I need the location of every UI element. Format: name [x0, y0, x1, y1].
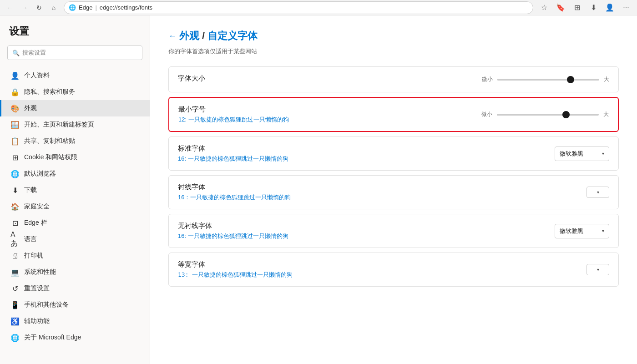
sidebar-item-download[interactable]: ⬇ 下载 — [0, 182, 150, 198]
sidebar-label-mobile: 手机和其他设备 — [24, 301, 141, 309]
serif-font-label: 衬线字体 — [178, 183, 586, 192]
edge-logo-icon: 🌐 — [69, 4, 76, 11]
fixed-font-label: 等宽字体 — [178, 260, 586, 269]
min-font-size-min-label: 微小 — [481, 111, 492, 118]
sidebar-item-mobile[interactable]: 📱 手机和其他设备 — [0, 297, 150, 313]
serif-font-dropdown[interactable]: ▾ — [586, 187, 609, 198]
more-button[interactable]: ··· — [619, 1, 633, 14]
sidebar-item-family[interactable]: 🏠 家庭安全 — [0, 198, 150, 215]
sidebar-item-accessibility[interactable]: ♿ 辅助功能 — [0, 313, 150, 329]
settings-title: 设置 — [0, 25, 150, 46]
refresh-button[interactable]: ↻ — [33, 1, 46, 14]
sidebar-label-appearance: 外观 — [24, 104, 141, 112]
sidebar-label-language: 语言 — [24, 235, 141, 243]
font-size-card: 字体大小 微小 大 — [168, 66, 619, 92]
sidebar-label-cookies: Cookie 和网站权限 — [24, 153, 141, 162]
font-size-slider[interactable] — [497, 79, 599, 81]
serif-font-info: 衬线字体 16：一只敏捷的棕色狐狸跳过一只懒惰的狗 — [178, 183, 586, 202]
download-status-button[interactable]: ⬇ — [586, 1, 601, 14]
standard-font-dropdown[interactable]: 微软雅黑 ▾ — [555, 147, 609, 161]
min-font-size-card: 最小字号 12: 一只敏捷的棕色狐狸跳过一只懒惰的狗 微小 大 — [168, 97, 619, 132]
forward-button[interactable]: → — [18, 1, 31, 14]
fixed-font-dropdown[interactable]: ▾ — [586, 264, 609, 275]
sidebar-item-language[interactable]: Aあ 语言 — [0, 231, 150, 248]
search-box[interactable]: 🔍 搜索设置 — [7, 46, 142, 60]
address-bar[interactable]: 🌐 Edge | edge://settings/fonts — [64, 1, 533, 14]
serif-font-row: 衬线字体 16：一只敏捷的棕色狐狸跳过一只懒惰的狗 ▾ — [178, 183, 609, 202]
font-size-label: 字体大小 — [178, 74, 205, 83]
address-url: edge://settings/fonts — [100, 4, 152, 11]
sidebar-label-family: 家庭安全 — [24, 202, 141, 211]
start-icon: 🪟 — [10, 120, 20, 129]
sans-font-row: 无衬线字体 16: 一只敏捷的棕色狐狸跳过一只懒惰的狗 微软雅黑 ▾ — [178, 222, 609, 240]
standard-font-preview: 16: 一只敏捷的棕色狐狸跳过一只懒惰的狗 — [178, 155, 555, 163]
favorites-sidebar-button[interactable]: 🔖 — [553, 1, 568, 14]
sans-font-preview: 16: 一只敏捷的棕色狐狸跳过一只懒惰的狗 — [178, 232, 555, 240]
min-font-size-label-group: 最小字号 12: 一只敏捷的棕色狐狸跳过一只懒惰的狗 — [178, 105, 289, 124]
sidebar-item-printer[interactable]: 🖨 打印机 — [0, 248, 150, 264]
sidebar-label-system: 系统和性能 — [24, 268, 141, 276]
address-separator: | — [95, 4, 96, 11]
font-size-thumb[interactable] — [567, 76, 574, 83]
sidebar-item-about[interactable]: 🌐 关于 Microsoft Edge — [0, 329, 150, 346]
sidebar-item-cookies[interactable]: ⊞ Cookie 和网站权限 — [0, 149, 150, 166]
font-size-slider-container: 微小 大 — [482, 76, 609, 83]
system-icon: 💻 — [10, 268, 20, 277]
fixed-font-card: 等宽字体 13: 一只敏捷的棕色狐狸跳过一只懒惰的狗 ▾ — [168, 253, 619, 287]
standard-font-label: 标准字体 — [178, 144, 555, 153]
back-button[interactable]: ← — [4, 1, 16, 14]
sidebar-item-default[interactable]: 🌐 默认浏览器 — [0, 166, 150, 182]
nav-buttons: ← → ↻ ⌂ — [4, 1, 60, 14]
sidebar-item-appearance[interactable]: 🎨 外观 — [0, 100, 150, 116]
min-font-size-max-label: 大 — [603, 111, 609, 118]
accessibility-icon: ♿ — [10, 317, 20, 326]
serif-font-card: 衬线字体 16：一只敏捷的棕色狐狸跳过一只懒惰的狗 ▾ — [168, 175, 619, 209]
breadcrumb: ← 外观 / 自定义字体 — [168, 29, 619, 43]
mobile-icon: 📱 — [10, 300, 20, 309]
default-icon: 🌐 — [10, 169, 20, 178]
search-icon: 🔍 — [12, 50, 20, 56]
home-button[interactable]: ⌂ — [47, 1, 60, 14]
sidebar-item-share[interactable]: 📋 共享、复制和粘贴 — [0, 133, 150, 149]
sidebar-item-start[interactable]: 🪟 开始、主页和新建标签页 — [0, 116, 150, 133]
profile-button[interactable]: 👤 — [602, 1, 617, 14]
sidebar-label-default: 默认浏览器 — [24, 170, 141, 178]
reset-icon: ↺ — [10, 284, 20, 293]
cookies-icon: ⊞ — [10, 153, 20, 162]
sans-font-value: 微软雅黑 — [560, 227, 583, 235]
standard-font-value: 微软雅黑 — [560, 150, 583, 158]
sidebar-label-start: 开始、主页和新建标签页 — [24, 121, 141, 129]
edgebar-icon: ⊡ — [10, 218, 20, 228]
sidebar-label-printer: 打印机 — [24, 252, 141, 260]
sans-font-dropdown[interactable]: 微软雅黑 ▾ — [555, 224, 609, 238]
breadcrumb-separator: / — [202, 30, 205, 42]
sidebar-label-edgebar: Edge 栏 — [24, 219, 141, 227]
sidebar-item-system[interactable]: 💻 系统和性能 — [0, 264, 150, 280]
favorites-button[interactable]: ☆ — [537, 1, 551, 14]
chevron-down-icon-serif: ▾ — [597, 190, 599, 195]
profile-icon: 👤 — [10, 71, 20, 80]
fixed-font-info: 等宽字体 13: 一只敏捷的棕色狐狸跳过一只懒惰的狗 — [178, 260, 586, 279]
min-font-size-slider[interactable] — [497, 114, 599, 116]
min-font-size-preview: 12: 一只敏捷的棕色狐狸跳过一只懒惰的狗 — [178, 116, 289, 124]
sidebar-item-edgebar[interactable]: ⊡ Edge 栏 — [0, 215, 150, 231]
breadcrumb-back-button[interactable]: ← — [168, 31, 177, 41]
font-size-max-label: 大 — [604, 76, 609, 83]
sidebar-item-reset[interactable]: ↺ 重置设置 — [0, 280, 150, 297]
min-font-fill — [497, 114, 566, 116]
chevron-down-icon-fixed: ▾ — [597, 267, 599, 272]
sidebar-label-about: 关于 Microsoft Edge — [24, 334, 141, 342]
min-font-size-thumb[interactable] — [562, 111, 570, 118]
printer-icon: 🖨 — [10, 251, 20, 260]
sidebar-label-reset: 重置设置 — [24, 284, 141, 293]
breadcrumb-part1: 外观 — [179, 29, 199, 43]
family-icon: 🏠 — [10, 202, 20, 211]
sidebar-item-profile[interactable]: 👤 个人资料 — [0, 67, 150, 84]
sidebar-item-privacy[interactable]: 🔒 隐私、搜索和服务 — [0, 84, 150, 100]
font-size-label-group: 字体大小 — [178, 74, 205, 85]
collections-button[interactable]: ⊞ — [570, 1, 584, 14]
font-size-min-label: 微小 — [482, 76, 493, 83]
sans-font-info: 无衬线字体 16: 一只敏捷的棕色狐狸跳过一只懒惰的狗 — [178, 222, 555, 240]
min-font-size-slider-container: 微小 大 — [481, 111, 609, 118]
breadcrumb-part2: 自定义字体 — [207, 29, 258, 43]
